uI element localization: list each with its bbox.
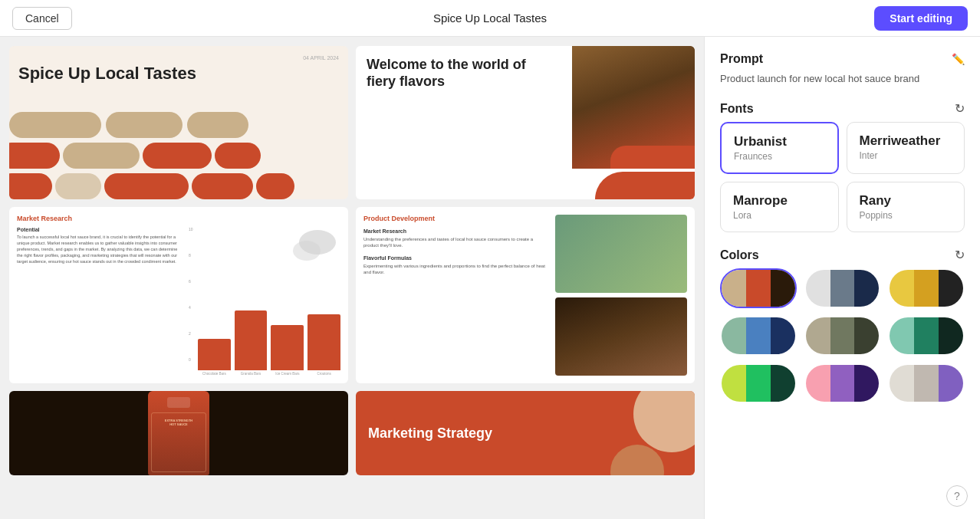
font-card-3[interactable]: Rany Poppins	[847, 182, 965, 232]
slide-welcome-image	[572, 46, 695, 169]
slide-product-img2	[555, 297, 687, 376]
colors-label: Colors	[720, 248, 759, 262]
color-palette-7[interactable]	[804, 363, 881, 403]
header: Cancel Spice Up Local Tastes Start editi…	[0, 0, 980, 37]
color-palette-8[interactable]	[888, 363, 965, 403]
slide-welcome-title: Welcome to the world of fiery flavors	[367, 57, 541, 90]
font-primary-0: Urbanist	[734, 134, 825, 149]
slide-6[interactable]: Marketing Strategy	[356, 391, 695, 475]
slide-title: Spice Up Local Tastes	[18, 64, 339, 84]
colors-refresh-icon[interactable]: ↻	[955, 248, 965, 262]
font-secondary-3: Poppins	[860, 210, 952, 221]
fonts-grid: Urbanist Fraunces Merriweather Inter Man…	[720, 122, 965, 232]
edit-icon[interactable]: ✏️	[952, 53, 965, 65]
font-secondary-2: Lora	[733, 210, 826, 221]
slide-product-title: Product Development	[363, 215, 549, 222]
color-palette-6[interactable]	[720, 363, 797, 403]
fonts-section-header: Fonts ↻	[720, 101, 965, 116]
slide-product-section1-title: Market Research	[363, 228, 549, 234]
help-icon[interactable]: ?	[946, 485, 968, 507]
font-primary-3: Rany	[860, 193, 952, 209]
font-secondary-0: Fraunces	[734, 151, 825, 162]
color-palette-2[interactable]	[888, 268, 965, 308]
right-panel: Prompt ✏️ Product launch for new local h…	[704, 37, 980, 519]
slide-3[interactable]: Market Research Potential To launch a su…	[9, 207, 348, 383]
slide-2[interactable]: Welcome to the world of fiery flavors	[356, 46, 695, 199]
colors-section-header: Colors ↻	[720, 248, 965, 262]
slides-grid: 04 APRIL 2024 Spice Up Local Tastes	[0, 37, 704, 519]
slide-4[interactable]: Product Development Market Research Unde…	[356, 207, 695, 383]
slide-5[interactable]: EXTRA STRENGTHHOT SAUCE	[9, 391, 348, 475]
font-card-0[interactable]: Urbanist Fraunces	[720, 122, 839, 174]
font-card-1[interactable]: Merriweather Inter	[847, 122, 965, 174]
slide-marketing-circle1	[633, 391, 695, 452]
slide-product-section2-title: Flavorful Formulas	[363, 255, 549, 261]
colors-grid	[720, 268, 965, 403]
slide-market-subtitle: Potential	[17, 227, 184, 232]
color-palette-5[interactable]	[888, 316, 965, 356]
slide-date: 04 APRIL 2024	[18, 55, 339, 61]
slide-marketing-title: Marketing Strategy	[368, 425, 492, 442]
slide-product-section2-text: Experimenting with various ingredients a…	[363, 263, 549, 276]
color-palette-0[interactable]	[720, 268, 797, 308]
prompt-label: Prompt	[720, 52, 763, 66]
prompt-section-header: Prompt ✏️	[720, 52, 965, 66]
fonts-refresh-icon[interactable]: ↻	[955, 101, 965, 116]
slide-product-section1-text: Understanding the preferences and tastes…	[363, 236, 549, 249]
slide-market-title: Market Research	[17, 215, 340, 222]
color-palette-4[interactable]	[804, 316, 881, 356]
font-secondary-1: Inter	[860, 150, 952, 161]
font-primary-1: Merriweather	[860, 133, 952, 149]
main-layout: 04 APRIL 2024 Spice Up Local Tastes	[0, 37, 980, 519]
font-card-2[interactable]: Manrope Lora	[720, 182, 839, 232]
cancel-button[interactable]: Cancel	[12, 7, 72, 30]
font-primary-2: Manrope	[733, 193, 826, 209]
prompt-text: Product launch for new local hot sauce b…	[720, 72, 965, 86]
fonts-label: Fonts	[720, 102, 754, 116]
slide-product-img1	[555, 215, 687, 293]
slide-market-text: To launch a successful local hot sauce b…	[17, 235, 184, 265]
slide-1[interactable]: 04 APRIL 2024 Spice Up Local Tastes	[9, 46, 348, 199]
slide-shapes	[9, 115, 348, 199]
start-editing-button[interactable]: Start editing	[874, 6, 968, 31]
color-palette-1[interactable]	[804, 268, 881, 308]
page-title: Spice Up Local Tastes	[433, 11, 547, 25]
bottle-shape: EXTRA STRENGTHHOT SAUCE	[148, 391, 209, 475]
color-palette-3[interactable]	[720, 316, 797, 356]
